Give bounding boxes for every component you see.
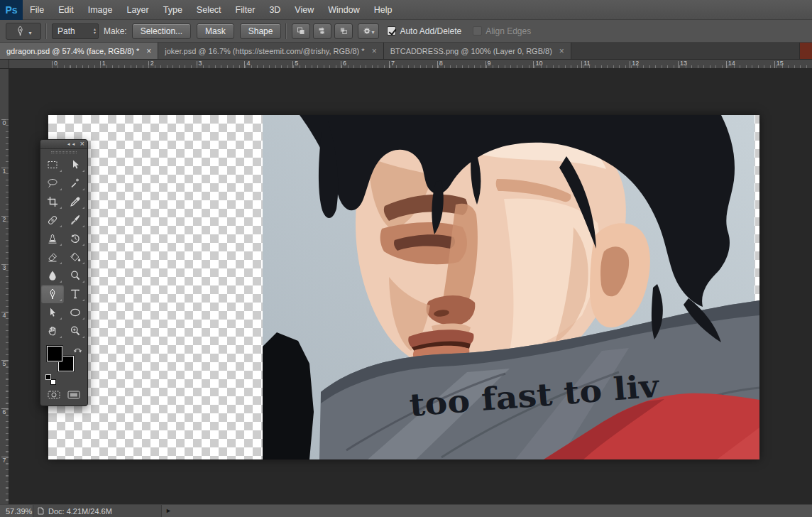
ruler-label: 4 <box>244 60 292 67</box>
tool-hand[interactable] <box>41 322 64 340</box>
checkbox-auto-add-delete[interactable]: Auto Add/Delete <box>387 26 461 36</box>
document-tab-gdragon[interactable]: gdragon.psd @ 57.4% (face, RGB/8) * × <box>0 43 158 59</box>
status-info: Doc: 4.21M/24.6M <box>33 505 162 517</box>
menu-item-type[interactable]: Type <box>156 0 190 20</box>
tool-eraser[interactable] <box>41 248 64 266</box>
pen-options-gear-button[interactable] <box>358 23 379 39</box>
ruler-label: 7 <box>389 60 437 67</box>
tool-pen[interactable] <box>41 285 64 303</box>
canvas-area[interactable]: too fast to liv ◄◄ × <box>9 69 812 504</box>
tool-history-brush[interactable] <box>64 229 87 248</box>
options-button-make-mask[interactable]: Mask <box>197 23 234 39</box>
tool-crop[interactable] <box>41 192 64 211</box>
panel-drag-grip[interactable] <box>40 149 87 156</box>
ruler-label: 5 <box>292 60 341 67</box>
options-button-make-selection[interactable]: Selection... <box>132 23 191 39</box>
ruler-label: 5 <box>0 360 9 408</box>
menu-item-edit[interactable]: Edit <box>51 0 81 20</box>
document-tab-joker[interactable]: joker.psd @ 16.7% (https://steemit.com/@… <box>158 43 383 59</box>
document-canvas[interactable]: too fast to liv <box>48 115 759 459</box>
path-op-buttons <box>292 23 353 39</box>
tool-eyedropper[interactable] <box>64 192 87 211</box>
dropdown-arrow-icon <box>28 25 31 38</box>
ruler-label: 6 <box>0 408 9 457</box>
ruler-label: 1 <box>100 60 148 67</box>
tab-title: gdragon.psd @ 57.4% (face, RGB/8) * <box>6 47 139 55</box>
tool-rectangular-marquee[interactable] <box>41 156 64 174</box>
tool-paint-bucket[interactable] <box>64 248 87 266</box>
checkbox-box-icon[interactable] <box>387 26 396 36</box>
ruler-label: 10 <box>533 60 581 67</box>
menu-item-image[interactable]: Image <box>81 0 120 20</box>
menu-item-select[interactable]: Select <box>190 0 229 20</box>
menu-item-file[interactable]: File <box>23 0 51 20</box>
tab-close-icon[interactable]: × <box>372 47 377 55</box>
option-checkboxes: Auto Add/Delete Align Edges <box>387 26 531 36</box>
menu-item-filter[interactable]: Filter <box>229 0 263 20</box>
tab-close-icon[interactable]: × <box>146 47 151 55</box>
checkbox-label: Auto Add/Delete <box>400 26 461 36</box>
tool-zoom[interactable] <box>64 322 87 340</box>
tools-panel: ◄◄ × <box>40 139 88 406</box>
ruler-label: 0 <box>52 60 100 67</box>
tool-path-selection[interactable] <box>41 303 64 322</box>
tools-panel-header[interactable]: ◄◄ × <box>40 140 87 149</box>
vertical-ruler[interactable]: 01234567 <box>0 69 9 504</box>
doc-size-text: Doc: 4.21M/24.6M <box>48 507 112 516</box>
photoshop-logo: Ps <box>0 0 23 20</box>
checkbox-align-edges[interactable]: Align Edges <box>473 26 531 36</box>
tab-bar-corner <box>799 43 812 59</box>
tool-lasso[interactable] <box>41 174 64 192</box>
menu-item-layer[interactable]: Layer <box>119 0 155 20</box>
tool-mode-select[interactable]: Path ▴▾ <box>52 23 99 39</box>
tool-grid <box>40 156 87 340</box>
artwork-portrait: too fast to liv <box>263 115 759 459</box>
document-tabs: gdragon.psd @ 57.4% (face, RGB/8) * × jo… <box>0 43 571 59</box>
ruler-label: 2 <box>148 60 197 67</box>
tool-type[interactable] <box>64 285 87 303</box>
zoom-level-field[interactable]: 57.39% <box>0 507 33 516</box>
ruler-label: 1 <box>0 168 9 216</box>
tool-brush[interactable] <box>64 211 87 229</box>
make-label: Make: <box>104 26 127 36</box>
status-menu-arrow-icon[interactable]: ► <box>162 508 175 514</box>
ruler-label: 3 <box>197 60 245 67</box>
horizontal-ruler[interactable]: 0123456789101112131415 <box>9 60 812 69</box>
tool-blur[interactable] <box>41 266 64 285</box>
ruler-corner[interactable] <box>0 60 9 69</box>
path-op-button-path-alignment[interactable] <box>313 23 331 39</box>
menu-item-help[interactable]: Help <box>367 0 400 20</box>
menu-item-view[interactable]: View <box>287 0 321 20</box>
tool-preset-picker[interactable] <box>6 23 41 40</box>
tool-move[interactable] <box>64 156 87 174</box>
tab-close-icon[interactable]: × <box>559 47 564 55</box>
ruler-label: 3 <box>0 264 9 312</box>
spinner-arrows-icon[interactable]: ▴▾ <box>94 24 96 38</box>
swap-colors-icon[interactable] <box>73 344 82 354</box>
path-op-button-path-arrangement[interactable] <box>334 23 353 39</box>
ruler-label: 4 <box>0 312 9 360</box>
tool-dodge[interactable] <box>64 266 87 285</box>
screen-mode-button[interactable] <box>65 388 83 401</box>
checkbox-box-icon[interactable] <box>473 26 482 36</box>
foreground-color-swatch[interactable] <box>47 346 62 361</box>
ruler-label: 14 <box>726 60 774 67</box>
tool-clone-stamp[interactable] <box>41 229 64 248</box>
tab-title: joker.psd @ 16.7% (https://steemit.com/@… <box>165 47 364 55</box>
path-op-button-path-operations[interactable] <box>292 23 310 39</box>
ruler-label: 2 <box>0 216 9 264</box>
menu-item-window[interactable]: Window <box>321 0 366 20</box>
quick-mask-button[interactable] <box>45 388 63 401</box>
tool-magic-wand[interactable] <box>64 174 87 192</box>
default-colors-icon[interactable] <box>45 374 57 386</box>
options-bar: Path ▴▾ Make: Selection...MaskShape Auto… <box>0 20 812 43</box>
tab-title: BTCADDRESS.png @ 100% (Layer 0, RGB/8) <box>390 47 552 55</box>
options-button-make-shape[interactable]: Shape <box>240 23 282 39</box>
menu-item-3d[interactable]: 3D <box>262 0 287 20</box>
tool-healing-brush[interactable] <box>41 211 64 229</box>
tool-ellipse[interactable] <box>64 303 87 322</box>
close-panel-icon[interactable]: × <box>80 140 84 148</box>
document-tab-btcaddress[interactable]: BTCADDRESS.png @ 100% (Layer 0, RGB/8) × <box>384 43 571 59</box>
gear-icon <box>363 26 371 36</box>
collapse-panel-icon[interactable]: ◄◄ <box>67 142 77 146</box>
